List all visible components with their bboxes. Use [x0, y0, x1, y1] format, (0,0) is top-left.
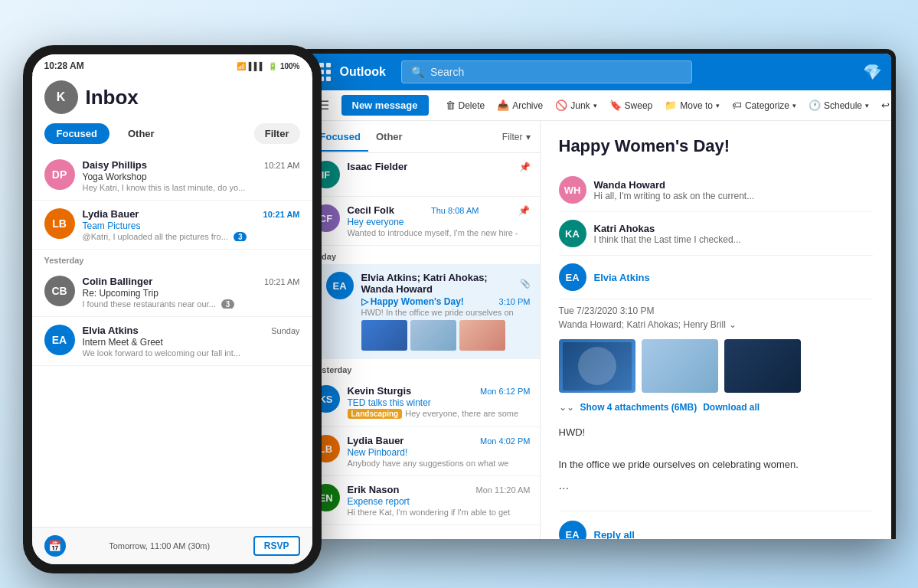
avatar: KA [559, 220, 586, 247]
mail-sender: Elvia Atkins [83, 325, 139, 336]
mail-subject: Yoga Workshop [83, 172, 300, 182]
sweep-icon: 🔖 [609, 100, 622, 111]
undo-button[interactable]: ↩ Undo [877, 96, 890, 114]
mail-sender: Isaac Fielder [348, 161, 408, 172]
phone-mail-content: Daisy Phillips 10:21 AM Yoga Workshop He… [83, 159, 300, 192]
pin-icon: 📌 [518, 205, 530, 216]
mail-item-content: Lydia Bauer Mon 4:02 PM New Pinboard! An… [348, 435, 531, 468]
mail-sender: Cecil Folk [348, 204, 394, 216]
reading-email-meta: Tue 7/23/2020 3:10 PM [559, 305, 873, 316]
outlook-toolbar: ☰ New message 🗑 Delete 📥 Archive 🚫 Junk … [303, 90, 891, 121]
mail-section-yesterday: Yesterday [303, 359, 540, 377]
archive-button[interactable]: 📥 Archive [492, 96, 547, 114]
avatar: EA [559, 263, 586, 291]
mail-filter-button[interactable]: Filter ▾ [502, 132, 531, 142]
mail-list-panel: Focused Other Filter ▾ IF Isaac Fielder [303, 121, 541, 539]
phone: 10:28 AM 📶 ▌▌▌ 🔋 100% K Inbox Focused Ot… [23, 45, 322, 573]
mail-subject: New Pinboard! [348, 447, 531, 458]
mail-time: 10:21 AM [264, 277, 299, 286]
expand-recipients-icon[interactable]: ⌄ [729, 319, 737, 330]
avatar: LB [44, 208, 75, 239]
search-icon: 🔍 [411, 66, 424, 78]
email-image-thumb [642, 339, 718, 393]
reading-contact-row[interactable]: KA Katri Ahokas I think that the Last ti… [559, 212, 873, 256]
mail-item-content: Isaac Fielder 📌 [348, 161, 531, 172]
undo-icon: ↩ [881, 100, 890, 111]
show-attachments-link[interactable]: Show 4 attachments (6MB) [580, 402, 697, 413]
mail-subject: Expense report [348, 496, 531, 507]
mail-item[interactable]: EN Erik Nason Mon 11:20 AM Expense repor… [303, 476, 540, 525]
contact-name: Katri Ahokas [594, 223, 873, 234]
mail-item[interactable]: KS Kevin Sturgis Mon 6:12 PM TED talks t… [303, 377, 540, 427]
avatar: CB [44, 276, 75, 306]
phone-status-bar: 10:28 AM 📶 ▌▌▌ 🔋 100% [32, 54, 312, 74]
mail-item-content: Cecil Folk Thu 8:08 AM 📌 Hey everyone Wa… [348, 204, 531, 237]
move-to-button[interactable]: 📁 Move to ▾ [660, 96, 724, 114]
reading-pane: Happy Women's Day! WH Wanda Howard Hi al… [541, 121, 891, 539]
reading-contact-row[interactable]: EA Elvia Atkins [559, 256, 873, 299]
mail-subject: TED talks this winter [348, 397, 531, 408]
phone-time: 10:28 AM [44, 60, 84, 71]
show-attachments-icon: ⌄⌄ [559, 402, 574, 413]
mail-time: Mon 11:20 AM [476, 485, 531, 495]
outlook-topbar: Outlook 🔍 Search 💎 [303, 54, 891, 90]
new-message-button[interactable]: New message [341, 95, 429, 116]
reading-contact-info: Katri Ahokas I think that the Last time … [594, 223, 873, 245]
avatar: EA [559, 521, 586, 539]
mail-sender: Kevin Sturgis [348, 385, 412, 397]
delete-button[interactable]: 🗑 Delete [441, 96, 490, 114]
search-box[interactable]: 🔍 Search [401, 60, 692, 83]
mail-item-selected[interactable]: EA Elvia Atkins; Katri Ahokas; Wanda How… [303, 264, 540, 359]
phone-inbox-title: Inbox [86, 86, 139, 109]
mail-sender: Lydia Bauer [83, 208, 139, 220]
phone-mail-item[interactable]: EA Elvia Atkins Sunday Intern Meet & Gre… [32, 317, 312, 366]
wifi-icon: 📶 [237, 62, 246, 70]
junk-button[interactable]: 🚫 Junk ▾ [550, 96, 601, 114]
sweep-button[interactable]: 🔖 Sweep [605, 96, 658, 114]
phone-mail-item[interactable]: LB Lydia Bauer 10:21 AM Team Pictures @K… [32, 201, 312, 250]
phone-frame: 10:28 AM 📶 ▌▌▌ 🔋 100% K Inbox Focused Ot… [23, 45, 322, 573]
phone-tab-focused[interactable]: Focused [44, 123, 109, 144]
mail-preview: We look forward to welcoming our fall in… [83, 348, 300, 358]
tab-other[interactable]: Other [368, 123, 410, 152]
mail-items: IF Isaac Fielder 📌 CF [303, 153, 540, 539]
download-all-link[interactable]: Download all [703, 402, 760, 413]
mail-subject: Re: Upcoming Trip [83, 288, 300, 299]
reading-email-to: Wanda Howard; Katri Ahokas; Henry Brill … [559, 319, 873, 330]
phone-footer-banner: 📅 Tomorrow, 11:00 AM (30m) RSVP [32, 527, 312, 564]
junk-icon: 🚫 [555, 100, 567, 111]
mail-sender: Erik Nason [348, 484, 400, 495]
mail-item[interactable]: LB Lydia Bauer Mon 4:02 PM New Pinboard!… [303, 427, 540, 476]
categorize-button[interactable]: 🏷 Categorize ▾ [727, 96, 801, 114]
reading-contact-info: Wanda Howard Hi all, I'm writing to ask … [594, 179, 873, 201]
reading-body-line2: In the office we pride ourselves on cele… [559, 457, 873, 473]
phone-filter-button[interactable]: Filter [254, 123, 300, 144]
avatar: DP [44, 159, 75, 190]
delete-icon: 🗑 [446, 100, 456, 111]
contact-preview: I think that the Last time I checked... [594, 234, 873, 245]
reading-contact-row[interactable]: WH Wanda Howard Hi all, I'm writing to a… [559, 168, 873, 212]
mail-preview: @Katri, I uploaded all the pictures fro.… [83, 232, 300, 241]
mail-item[interactable]: IF Isaac Fielder 📌 [303, 153, 540, 197]
junk-caret: ▾ [593, 102, 597, 109]
rsvp-button[interactable]: RSVP [253, 536, 300, 556]
search-placeholder: Search [430, 66, 464, 78]
schedule-caret: ▾ [865, 102, 869, 109]
phone-section-yesterday: Yesterday [32, 250, 312, 268]
reading-contact-info: Elvia Atkins [594, 272, 873, 283]
email-image-thumb [559, 339, 635, 393]
phone-tab-other[interactable]: Other [116, 123, 167, 144]
phone-mail-item[interactable]: CB Colin Ballinger 10:21 AM Re: Upcoming… [32, 268, 312, 317]
mail-sender: Daisy Phillips [83, 159, 148, 171]
mail-item[interactable]: CF Cecil Folk Thu 8:08 AM 📌 Hey everyone… [303, 197, 540, 246]
avatar: WH [559, 176, 586, 204]
reply-all-button[interactable]: Reply all [594, 529, 635, 539]
attachment-thumb [459, 320, 505, 351]
mail-time: Thu 8:08 AM [431, 206, 479, 215]
avatar[interactable]: K [44, 80, 78, 114]
phone-mail-content: Colin Ballinger 10:21 AM Re: Upcoming Tr… [83, 276, 300, 309]
gem-icon: 💎 [863, 63, 882, 81]
phone-mail-item[interactable]: DP Daisy Phillips 10:21 AM Yoga Workshop… [32, 152, 312, 201]
schedule-button[interactable]: 🕐 Schedule ▾ [804, 96, 874, 114]
email-image-thumb [724, 339, 801, 393]
